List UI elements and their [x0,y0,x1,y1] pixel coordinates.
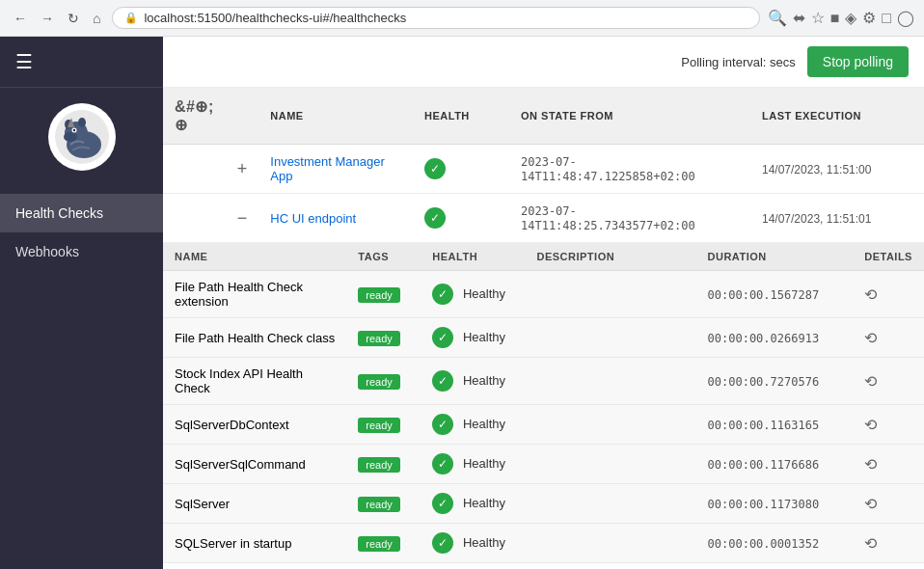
tag-badge: ready [358,497,400,512]
main-row-name: HC UI endpoint [258,194,413,243]
health-label: Healthy [463,496,505,510]
history-icon[interactable]: ⟲ [864,330,877,346]
sub-row-health: ✓ Healthy [421,484,525,524]
sub-row-duration: 00:00:00.0001352 [696,524,854,563]
sidebar-header: ☰ [0,37,163,88]
sub-table-row: SqlServerDbContext ready ✓ Healthy 00:00… [163,405,924,445]
main-row-last-exec: 14/07/2023, 11:51:00 [750,145,924,194]
history-icon[interactable]: ⟲ [864,373,877,390]
health-icon: ✓ [432,284,453,305]
sub-row-duration: 00:00:00.1173080 [696,484,854,524]
sub-table-container: NAME TAGS HEALTH DESCRIPTION DURATION DE… [163,243,924,563]
history-icon[interactable]: ⟲ [864,286,877,303]
browser-chrome: ← → ↻ ⌂ 🔒 localhost:51500/healthchecks-u… [0,0,924,37]
sub-row-description [525,484,695,524]
expand-icon[interactable]: − [237,208,248,228]
sidebar-item-webhooks[interactable]: Webhooks [0,232,163,271]
main-row-add-cell [163,145,226,194]
tag-badge: ready [358,287,400,303]
main-row-expand[interactable]: − [226,194,259,243]
main-row-name: Investment Manager App [258,145,413,194]
sub-row-details[interactable]: ⟲ [853,524,924,563]
sub-th-name: NAME [163,243,346,271]
sub-row-tags: ready [346,405,421,445]
main-row-health: ✓ [413,145,509,194]
last-exec-value: 14/07/2023, 11:51:00 [762,163,871,176]
profile-icon[interactable]: ◯ [897,9,914,27]
history-icon[interactable]: ⟲ [864,496,877,512]
sub-th-details: DETAILS [853,243,924,271]
sub-row-description [525,271,695,318]
circle-plus-icon[interactable]: ⊕ [175,117,188,133]
sub-th-tags: TAGS [346,243,421,271]
main-row-expand[interactable]: + [226,145,259,194]
stop-polling-button[interactable]: Stop polling [807,46,909,77]
sub-table-row: File Path Health Check class ready ✓ Hea… [163,318,924,358]
star-icon[interactable]: ☆ [811,9,825,27]
main-th-name: NAME [258,88,413,145]
address-bar[interactable]: 🔒 localhost:51500/healthchecks-ui#/healt… [112,7,759,29]
browser-controls[interactable]: ← → ↻ ⌂ [10,9,104,28]
main-th-exec: LAST EXECUTION [750,88,924,145]
refresh-button[interactable]: ↻ [64,9,83,28]
app-name-link[interactable]: HC UI endpoint [270,211,356,226]
sub-row-description [525,405,695,445]
sub-row-description [525,318,695,358]
expand-icon[interactable]: + [237,159,248,178]
ext-icon1[interactable]: ■ [830,10,840,27]
sub-row-details[interactable]: ⟲ [853,358,924,405]
duration-value: 00:00:00.1567287 [708,288,820,302]
health-icon: ✓ [432,453,453,474]
forward-button[interactable]: → [37,9,58,28]
health-icon: ✓ [432,532,453,554]
sub-table-row: Stock Index API Health Check ready ✓ Hea… [163,358,924,405]
sub-row-duration: 00:00:00.1176686 [696,445,854,484]
sub-row-health: ✓ Healthy [421,405,525,445]
sub-row-details[interactable]: ⟲ [853,484,924,524]
add-circle-icon[interactable]: &#⊕; [175,98,214,115]
puzzle-icon[interactable]: ⚙ [862,9,876,27]
sub-row-details[interactable]: ⟲ [853,405,924,445]
sub-row-details[interactable]: ⟲ [853,318,924,358]
sub-row-details[interactable]: ⟲ [853,271,924,318]
health-icon: ✓ [432,370,453,392]
sub-row-duration: 00:00:00.1163165 [696,405,854,445]
sub-row-name: File Path Health Check class [163,318,346,358]
sub-row-health: ✓ Healthy [421,445,525,484]
sub-row-duration: 00:00:00.0266913 [696,318,854,358]
ext-icon2[interactable]: ◈ [845,9,856,27]
window-icon[interactable]: □ [882,10,891,27]
history-icon[interactable]: ⟲ [864,456,877,473]
history-icon[interactable]: ⟲ [864,417,877,433]
back-button[interactable]: ← [10,9,31,28]
zoom-icon[interactable]: 🔍 [768,9,787,27]
share-icon[interactable]: ⬌ [793,9,805,27]
sub-row-name: SqlServerDbContext [163,405,346,445]
home-button[interactable]: ⌂ [89,9,104,28]
tag-badge: ready [358,457,400,473]
main-th-pm [226,88,259,145]
health-label: Healthy [463,535,505,550]
sub-row-description [525,445,695,484]
browser-toolbar-icons: 🔍 ⬌ ☆ ■ ◈ ⚙ □ ◯ [768,9,914,27]
health-icon: ✓ [432,493,453,514]
sub-th-duration: DURATION [696,243,854,271]
main-row-last-exec: 14/07/2023, 11:51:01 [750,194,924,243]
sub-table-row: SqlServerSqlCommand ready ✓ Healthy 00:0… [163,445,924,484]
main-row-add-cell [163,194,226,243]
logo-circle [48,103,116,171]
sub-table: NAME TAGS HEALTH DESCRIPTION DURATION DE… [163,243,924,563]
hamburger-icon[interactable]: ☰ [15,50,33,73]
health-label: Healthy [463,330,505,344]
sub-th-health: HEALTH [421,243,525,271]
last-exec-value: 14/07/2023, 11:51:01 [762,212,871,226]
main-row-state: 2023-07-14T11:48:47.1225858+02:00 [509,145,750,194]
history-icon[interactable]: ⟲ [864,535,877,552]
sidebar-item-health-checks[interactable]: Health Checks [0,194,163,232]
lock-icon: 🔒 [124,12,138,24]
polling-label: Polling interval: secs [681,55,796,69]
sub-row-description [525,358,695,405]
app-name-link[interactable]: Investment Manager App [270,154,385,183]
sub-row-details[interactable]: ⟲ [853,445,924,484]
main-table: &#⊕; ⊕ NAME HEALTH ON STATE FROM LAST EX… [163,88,924,243]
